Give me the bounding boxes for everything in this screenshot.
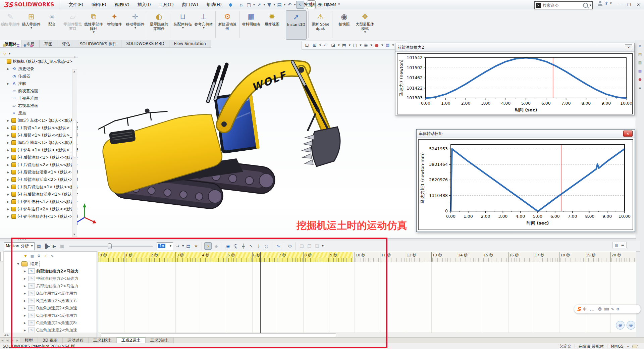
filter-selected-icon[interactable]: ✓ — [43, 253, 48, 258]
open-icon[interactable]: ↗ — [255, 1, 263, 8]
dropdown-caret-icon[interactable]: ▼ — [31, 27, 32, 29]
motion-study-type-select[interactable]: Motion 分析▼ — [4, 242, 35, 250]
expand-arrow-icon[interactable]: ▶ — [23, 314, 27, 317]
tree-item[interactable]: ▶(-) 前后臂油缸<1> (默认<<默认>_ — [0, 183, 78, 191]
dropdown-caret-icon[interactable]: ▼ — [349, 44, 351, 47]
edit-appearance-icon[interactable]: ● — [373, 42, 380, 49]
dropdown-caret-icon[interactable]: ▼ — [322, 245, 323, 247]
plot-window-body-rotation-torque[interactable]: 车体转动扭矩✕013104882620976393146452419530.00… — [416, 129, 635, 232]
motion-tree-item[interactable]: ▶∿中部油缸推力2<马达力 — [3, 275, 97, 282]
scroll-down-icon[interactable]: ▼ — [72, 233, 76, 237]
apply-scene-icon[interactable]: ▦ — [384, 42, 391, 49]
expand-arrow-icon[interactable]: ▶ — [6, 82, 10, 85]
search-box[interactable]: ≻ ▼ — [534, 1, 593, 9]
timeline-list-icon[interactable]: ≣ — [620, 242, 625, 248]
tree-item[interactable]: ▱上视基准面 — [0, 95, 78, 102]
displaymanager-tab-icon[interactable]: ◕ — [29, 43, 34, 48]
section-view-icon[interactable]: ◪ — [330, 42, 336, 49]
expand-arrow-icon[interactable]: ▶ — [6, 149, 10, 152]
filter-dropdown-icon[interactable]: ▼ — [23, 253, 28, 258]
motion-tree-item[interactable]: ▶∿C点角加速度2<角加速 — [3, 327, 97, 333]
expand-arrow-icon[interactable]: ▶ — [6, 163, 10, 166]
speed-caret-icon[interactable]: ▼ — [170, 245, 171, 247]
expand-arrow-icon[interactable]: ▶ — [23, 292, 27, 295]
mate-view-icon[interactable]: ❐ — [306, 243, 313, 249]
filter-animated-icon[interactable]: ▦ — [30, 253, 35, 258]
units-caret-icon[interactable]: ▲ — [627, 345, 629, 348]
study-type-caret-icon[interactable]: ▼ — [31, 245, 33, 247]
spring-icon[interactable]: ξ — [232, 243, 239, 249]
dropdown-caret-icon[interactable]: ▼ — [182, 27, 184, 29]
dropdown-caret-icon[interactable]: ▼ — [364, 31, 366, 34]
restore-button[interactable]: ❐ — [625, 1, 633, 8]
dropdown-caret-icon[interactable]: ▼ — [294, 3, 296, 6]
minimize-button[interactable]: — — [615, 1, 624, 8]
stop-icon[interactable]: ■ — [59, 243, 65, 249]
configurationmanager-tab-icon[interactable]: ≣ — [15, 43, 21, 48]
zoom-area-icon[interactable]: ⊞ — [311, 42, 318, 49]
search-caret-icon[interactable]: ▼ — [590, 4, 591, 7]
tab-nav-icon-1[interactable]: ◀ — [0, 338, 5, 343]
menu-3[interactable]: 视图(V) — [110, 0, 133, 9]
expand-arrow-icon[interactable]: ▶ — [23, 321, 27, 325]
print-icon[interactable]: ▤ — [276, 1, 283, 8]
smart-fasteners-button[interactable]: ✦智能扣件 — [104, 10, 124, 39]
play-icon[interactable]: ▶ — [51, 243, 58, 249]
ime-item-1[interactable]: 中 — [583, 307, 587, 312]
insert-components-button[interactable]: ⊞插入零部件▼ — [21, 10, 41, 39]
ime-item-5[interactable]: ✎ — [611, 307, 614, 311]
menu-4[interactable]: 插入(I) — [133, 0, 155, 9]
plot-close-button[interactable]: ✕ — [623, 131, 633, 137]
ime-item-6[interactable]: ⚙ — [616, 307, 620, 311]
dropdown-caret-icon[interactable]: ▼ — [360, 44, 361, 47]
pin-icon[interactable] — [228, 3, 233, 7]
expand-arrow-icon[interactable]: ▶ — [6, 200, 10, 203]
fold-view-icon[interactable]: ❏ — [314, 243, 320, 249]
motion-tree-item[interactable]: ▼结果 — [3, 260, 97, 267]
help-button[interactable]: ? — [605, 1, 607, 6]
tree-item[interactable]: ▶(-) 后臂<1> (默认<<默认>_显示状态 — [0, 132, 78, 139]
file-explorer-icon[interactable]: ▥ — [637, 60, 643, 65]
tree-item[interactable]: ▶⟲历史记录 — [0, 65, 78, 72]
slider-thumb[interactable] — [108, 243, 112, 249]
dropdown-caret-icon[interactable]: ▼ — [253, 3, 255, 6]
user-account-icon[interactable] — [598, 1, 603, 6]
tree-item[interactable]: ▱右视基准面 — [0, 102, 78, 109]
tree-item[interactable]: ▶(-) 后臂油缸活塞<2> (默认<<默认> — [0, 176, 78, 183]
filter-results-icon[interactable]: ∿ — [50, 253, 55, 258]
tree-scrollbar[interactable]: ▲ ▼ — [72, 69, 77, 237]
menu-7[interactable]: 帮助(H) — [202, 0, 226, 9]
help-caret-icon[interactable]: ▼ — [610, 2, 612, 5]
scrollbar-thumb[interactable] — [73, 120, 76, 157]
tab-nav-icon-4[interactable]: ▶ — [15, 338, 20, 343]
menu-5[interactable]: 工具(T) — [155, 0, 178, 9]
reference-geometry-button[interactable]: ⊥参考几何体▼ — [194, 10, 214, 39]
menu-1[interactable]: 文件(F) — [65, 0, 88, 9]
dimxpertmanager-tab-icon[interactable]: ⊕ — [22, 43, 28, 48]
expand-arrow-icon[interactable]: ▶ — [6, 186, 10, 189]
timeline-slider[interactable] — [69, 243, 153, 249]
dropdown-caret-icon[interactable]: ▼ — [284, 3, 285, 6]
gravity-icon[interactable]: ↓ — [255, 243, 262, 249]
tree-item[interactable]: ▶(固定) 地盘<1> (默认<<默认>_显示状态 — [0, 139, 78, 146]
doc-tab-工况3卸土[interactable]: 工况3卸土 — [146, 338, 174, 343]
tree-item[interactable]: ▶(-) 后臂油缸<1> (默认<<默认>_显示 — [0, 154, 78, 161]
save-icon[interactable]: ▼ — [266, 1, 273, 8]
add-key-icon[interactable]: ◆ — [213, 243, 219, 249]
expand-arrow-icon[interactable]: ▶ — [6, 134, 10, 137]
dropdown-caret-icon[interactable]: ▼ — [203, 27, 205, 29]
tree-item[interactable]: ⌖原点 — [0, 109, 78, 117]
playback-speed-select[interactable]: 1x▼ — [157, 242, 173, 250]
motion-tree-item[interactable]: ▶∿C点作用力2<反作用力 — [3, 312, 97, 319]
save-animation-icon[interactable]: ▤ — [185, 243, 192, 249]
motor-icon[interactable]: ◉ — [224, 243, 231, 249]
expand-arrow-icon[interactable]: ▶ — [6, 156, 10, 159]
component-view-icon[interactable]: ❏ — [298, 243, 305, 249]
expand-arrow-icon[interactable]: ▶ — [6, 193, 10, 196]
motion-tree-item[interactable]: ▶∿C点角速度2<角速度8: — [3, 319, 97, 327]
design-library-icon[interactable]: ▤ — [637, 51, 643, 57]
select-icon[interactable]: ↖ — [296, 1, 304, 9]
instant3d-button[interactable]: ➚Instant3D — [286, 10, 307, 40]
update-speedpak-button[interactable]: ⚠更新 Speedpak — [310, 10, 330, 39]
tree-item[interactable]: ▶(-) 后臂油缸活塞<1> (默认<<默认> — [0, 168, 78, 176]
